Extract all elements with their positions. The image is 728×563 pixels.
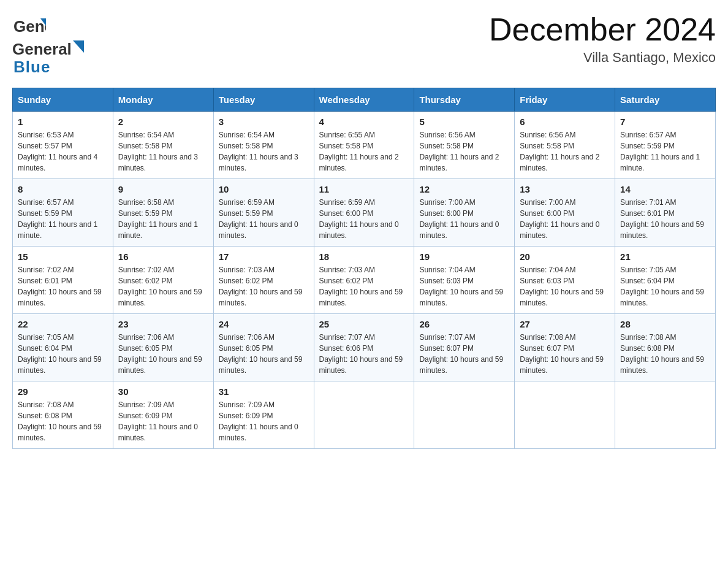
calendar-cell: 25Sunrise: 7:07 AMSunset: 6:06 PMDayligh… (314, 314, 414, 381)
day-number: 2 (118, 117, 208, 127)
day-number: 15 (18, 251, 108, 262)
calendar-cell: 7Sunrise: 6:57 AMSunset: 5:59 PMDaylight… (615, 112, 716, 179)
day-info: Sunrise: 7:00 AMSunset: 6:00 PMDaylight:… (419, 197, 509, 241)
logo-blue: Blue (13, 58, 50, 76)
calendar-cell: 29Sunrise: 7:08 AMSunset: 6:08 PMDayligh… (13, 381, 113, 449)
calendar-week-2: 8Sunrise: 6:57 AMSunset: 5:59 PMDaylight… (13, 179, 716, 247)
calendar-dow-sunday: Sunday (13, 88, 113, 112)
day-info: Sunrise: 7:09 AMSunset: 6:09 PMDaylight:… (219, 399, 309, 443)
day-info: Sunrise: 7:05 AMSunset: 6:04 PMDaylight:… (18, 332, 108, 376)
day-number: 25 (319, 319, 409, 329)
day-number: 28 (620, 319, 710, 329)
day-number: 24 (219, 319, 309, 329)
day-number: 3 (219, 117, 309, 127)
day-info: Sunrise: 7:08 AMSunset: 6:08 PMDaylight:… (620, 332, 710, 376)
page-header: General General Blue December 2024 Villa… (12, 12, 716, 77)
day-number: 23 (118, 319, 208, 329)
calendar-cell: 13Sunrise: 7:00 AMSunset: 6:00 PMDayligh… (515, 179, 615, 247)
day-info: Sunrise: 6:58 AMSunset: 5:59 PMDaylight:… (118, 197, 208, 241)
day-number: 17 (219, 251, 309, 262)
calendar-header-row: SundayMondayTuesdayWednesdayThursdayFrid… (13, 88, 716, 112)
calendar-cell: 15Sunrise: 7:02 AMSunset: 6:01 PMDayligh… (13, 247, 113, 314)
logo: General General Blue (12, 12, 84, 77)
day-number: 20 (520, 251, 610, 262)
day-number: 7 (620, 117, 710, 127)
calendar-week-1: 1Sunrise: 6:53 AMSunset: 5:57 PMDaylight… (13, 112, 716, 179)
day-number: 12 (419, 184, 509, 194)
day-info: Sunrise: 7:07 AMSunset: 6:07 PMDaylight:… (419, 332, 509, 376)
calendar-dow-thursday: Thursday (414, 88, 515, 112)
calendar-cell: 30Sunrise: 7:09 AMSunset: 6:09 PMDayligh… (113, 381, 213, 449)
day-number: 16 (118, 251, 208, 262)
day-info: Sunrise: 7:03 AMSunset: 6:02 PMDaylight:… (319, 264, 409, 308)
day-info: Sunrise: 7:04 AMSunset: 6:03 PMDaylight:… (520, 264, 610, 308)
calendar-week-5: 29Sunrise: 7:08 AMSunset: 6:08 PMDayligh… (13, 381, 716, 449)
calendar-cell: 9Sunrise: 6:58 AMSunset: 5:59 PMDaylight… (113, 179, 213, 247)
day-info: Sunrise: 6:57 AMSunset: 5:59 PMDaylight:… (620, 129, 710, 174)
day-number: 11 (319, 184, 409, 194)
day-number: 19 (419, 251, 509, 262)
calendar-cell: 14Sunrise: 7:01 AMSunset: 6:01 PMDayligh… (615, 179, 716, 247)
day-info: Sunrise: 6:56 AMSunset: 5:58 PMDaylight:… (419, 129, 509, 174)
calendar-cell: 20Sunrise: 7:04 AMSunset: 6:03 PMDayligh… (515, 247, 615, 314)
day-info: Sunrise: 7:07 AMSunset: 6:06 PMDaylight:… (319, 332, 409, 376)
calendar-dow-friday: Friday (515, 88, 615, 112)
logo-general: General (12, 40, 72, 59)
calendar-cell: 4Sunrise: 6:55 AMSunset: 5:58 PMDaylight… (314, 112, 414, 179)
day-number: 8 (18, 184, 108, 194)
day-number: 14 (620, 184, 710, 194)
calendar-cell: 18Sunrise: 7:03 AMSunset: 6:02 PMDayligh… (314, 247, 414, 314)
day-number: 27 (520, 319, 610, 329)
day-info: Sunrise: 6:54 AMSunset: 5:58 PMDaylight:… (118, 129, 208, 174)
calendar-cell (615, 381, 716, 449)
calendar-cell: 28Sunrise: 7:08 AMSunset: 6:08 PMDayligh… (615, 314, 716, 381)
day-info: Sunrise: 6:57 AMSunset: 5:59 PMDaylight:… (18, 197, 108, 241)
day-info: Sunrise: 6:56 AMSunset: 5:58 PMDaylight:… (520, 129, 610, 174)
calendar-cell: 3Sunrise: 6:54 AMSunset: 5:58 PMDaylight… (213, 112, 314, 179)
day-number: 9 (118, 184, 208, 194)
calendar-cell: 21Sunrise: 7:05 AMSunset: 6:04 PMDayligh… (615, 247, 716, 314)
calendar-cell: 12Sunrise: 7:00 AMSunset: 6:00 PMDayligh… (414, 179, 515, 247)
day-number: 21 (620, 251, 710, 262)
calendar-cell: 8Sunrise: 6:57 AMSunset: 5:59 PMDaylight… (13, 179, 113, 247)
month-title: December 2024 (489, 12, 716, 47)
day-info: Sunrise: 7:06 AMSunset: 6:05 PMDaylight:… (219, 332, 309, 376)
calendar-cell (414, 381, 515, 449)
day-number: 31 (219, 386, 309, 397)
calendar-week-4: 22Sunrise: 7:05 AMSunset: 6:04 PMDayligh… (13, 314, 716, 381)
day-info: Sunrise: 7:00 AMSunset: 6:00 PMDaylight:… (520, 197, 610, 241)
day-info: Sunrise: 6:55 AMSunset: 5:58 PMDaylight:… (319, 129, 409, 174)
day-number: 10 (219, 184, 309, 194)
calendar-cell: 5Sunrise: 6:56 AMSunset: 5:58 PMDaylight… (414, 112, 515, 179)
svg-marker-2 (73, 40, 84, 53)
calendar-cell: 31Sunrise: 7:09 AMSunset: 6:09 PMDayligh… (213, 381, 314, 449)
calendar-cell (515, 381, 615, 449)
day-info: Sunrise: 6:53 AMSunset: 5:57 PMDaylight:… (18, 129, 108, 174)
day-info: Sunrise: 7:09 AMSunset: 6:09 PMDaylight:… (118, 399, 208, 443)
svg-text:General: General (13, 17, 46, 36)
calendar-week-3: 15Sunrise: 7:02 AMSunset: 6:01 PMDayligh… (13, 247, 716, 314)
calendar-cell: 6Sunrise: 6:56 AMSunset: 5:58 PMDaylight… (515, 112, 615, 179)
calendar-dow-tuesday: Tuesday (213, 88, 314, 112)
title-block: December 2024 Villa Santiago, Mexico (489, 12, 716, 66)
calendar-cell: 16Sunrise: 7:02 AMSunset: 6:02 PMDayligh… (113, 247, 213, 314)
calendar-cell: 19Sunrise: 7:04 AMSunset: 6:03 PMDayligh… (414, 247, 515, 314)
day-number: 1 (18, 117, 108, 127)
day-info: Sunrise: 6:54 AMSunset: 5:58 PMDaylight:… (219, 129, 309, 174)
day-info: Sunrise: 7:05 AMSunset: 6:04 PMDaylight:… (620, 264, 710, 308)
calendar-cell: 22Sunrise: 7:05 AMSunset: 6:04 PMDayligh… (13, 314, 113, 381)
day-info: Sunrise: 7:04 AMSunset: 6:03 PMDaylight:… (419, 264, 509, 308)
day-info: Sunrise: 7:01 AMSunset: 6:01 PMDaylight:… (620, 197, 710, 241)
calendar-cell: 23Sunrise: 7:06 AMSunset: 6:05 PMDayligh… (113, 314, 213, 381)
day-number: 22 (18, 319, 108, 329)
calendar-cell: 27Sunrise: 7:08 AMSunset: 6:07 PMDayligh… (515, 314, 615, 381)
calendar-dow-saturday: Saturday (615, 88, 716, 112)
day-number: 5 (419, 117, 509, 127)
day-number: 18 (319, 251, 409, 262)
calendar-dow-wednesday: Wednesday (314, 88, 414, 112)
day-info: Sunrise: 6:59 AMSunset: 5:59 PMDaylight:… (219, 197, 309, 241)
calendar-cell: 2Sunrise: 6:54 AMSunset: 5:58 PMDaylight… (113, 112, 213, 179)
day-number: 13 (520, 184, 610, 194)
day-number: 30 (118, 386, 208, 397)
calendar-dow-monday: Monday (113, 88, 213, 112)
